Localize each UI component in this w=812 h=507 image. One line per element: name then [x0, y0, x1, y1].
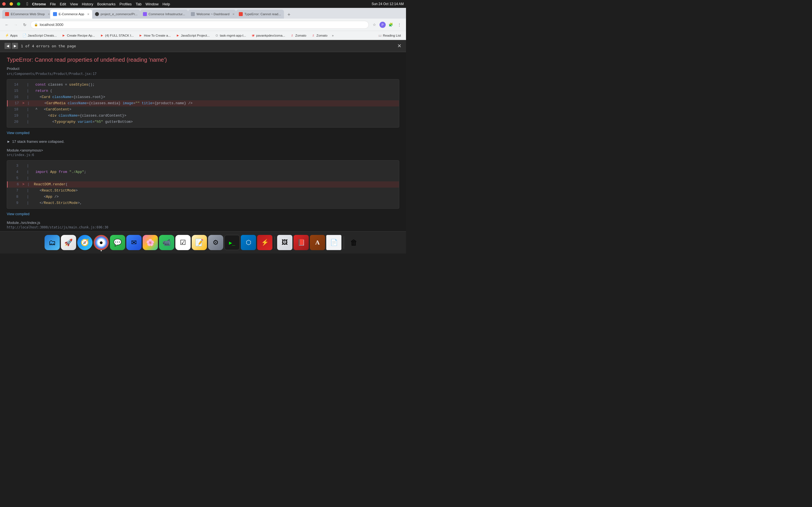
menu-window[interactable]: Window: [146, 2, 158, 6]
bookmark-recipe[interactable]: ▶ Create Recipe Ap...: [59, 33, 97, 38]
code-block-2: 3 | 4 | import App from "./App"; 5: [7, 160, 399, 209]
tab-favicon-2: [53, 12, 57, 16]
bookmark-apps-icon: ⚡: [5, 34, 9, 38]
tab-label-4: Commerce Infrastructur...: [149, 12, 185, 16]
bookmark-zomato2[interactable]: Z Zomato: [309, 33, 329, 38]
dock-messages-icon: 💬: [113, 238, 122, 246]
menubar-right: Sun 24 Oct 12:14 AM: [371, 2, 404, 6]
menu-profiles[interactable]: Profiles: [119, 2, 132, 6]
menu-help[interactable]: Help: [162, 2, 170, 6]
dock-acrobat-icon: 📕: [297, 239, 305, 246]
code-line-8: 8 | <App />: [7, 194, 399, 200]
dock-preview[interactable]: 🖼: [277, 235, 292, 250]
bookmark-reading-label: Reading List: [383, 34, 401, 37]
tab-close-2[interactable]: ✕: [87, 13, 89, 16]
dock-dictionary[interactable]: A: [310, 235, 325, 250]
dock-safari[interactable]: 🧭: [77, 235, 93, 250]
error-next-button[interactable]: ▶: [12, 43, 18, 49]
view-compiled-1[interactable]: View compiled: [7, 131, 399, 135]
dock-chrome[interactable]: ●: [94, 235, 109, 250]
dock-vscode[interactable]: ⬡: [241, 235, 256, 250]
bookmarks-more-button[interactable]: »: [330, 33, 335, 38]
bookmark-recipe-label: Create Recipe Ap...: [67, 34, 95, 37]
bookmarksbar: ⚡ Apps 📄 JavaScript Cheats... ▶ Create R…: [0, 31, 406, 40]
error-prev-button[interactable]: ◀: [4, 43, 11, 49]
tab-ecommerce-webshop[interactable]: ECommerce Web Shop ✕: [2, 10, 50, 18]
bookmark-js-label: JavaScript Cheats...: [28, 34, 57, 37]
tab-github[interactable]: project_e_commerce/Pr... ✕: [92, 10, 140, 18]
tab-favicon-4: [143, 12, 147, 16]
back-button[interactable]: ←: [3, 21, 10, 28]
module-anonymous: Module.<anonymous>: [7, 148, 399, 152]
dock-acrobat[interactable]: 📕: [294, 235, 309, 250]
bookmark-howto[interactable]: ▶ How To Create a...: [137, 33, 173, 38]
code-line-15: 15 | return (: [7, 88, 399, 94]
menu-edit[interactable]: Edit: [60, 2, 66, 6]
tab-ecommerce-app[interactable]: E-Commerce App ✕: [50, 10, 92, 18]
traffic-light-red[interactable]: [2, 2, 6, 6]
menu-bookmarks[interactable]: Bookmarks: [97, 2, 116, 6]
dock-photos[interactable]: 🌸: [143, 235, 158, 250]
menu-file[interactable]: File: [50, 2, 56, 6]
bookmark-js-icon: 📄: [22, 34, 27, 38]
dock-messages[interactable]: 💬: [110, 235, 125, 250]
bookmark-pavan[interactable]: 🐙 pavankpdev/zoma...: [249, 33, 287, 38]
forward-button[interactable]: →: [12, 21, 19, 28]
addressbar-actions: ☆ P 🧩 ⋮: [371, 21, 403, 28]
dock-mail[interactable]: ✉: [126, 235, 142, 250]
tab-typeerror[interactable]: TypeError: Cannot read... ✕: [236, 10, 284, 18]
dock-filezilla[interactable]: ⚡: [257, 235, 272, 250]
new-tab-button[interactable]: +: [285, 11, 293, 18]
extensions-icon[interactable]: 🧩: [388, 21, 394, 28]
tab-label-1: ECommerce Web Shop: [11, 12, 45, 16]
bookmark-zomato1[interactable]: Z Zomato: [288, 33, 308, 38]
bookmark-fullstack[interactable]: ▶ (4) FULL STACK I...: [98, 33, 136, 38]
dock-terminal[interactable]: ▶_: [224, 235, 240, 250]
apple-menu[interactable]: : [27, 1, 28, 6]
dock-facetime[interactable]: 📹: [159, 235, 174, 250]
collapsed-frames[interactable]: ► 17 stack frames were collapsed.: [7, 139, 399, 144]
menu-tab[interactable]: Tab: [136, 2, 142, 6]
error-close-button[interactable]: ✕: [397, 43, 402, 49]
profile-icon[interactable]: P: [379, 22, 386, 28]
bookmark-star-icon[interactable]: ☆: [371, 21, 378, 28]
dock-launchpad[interactable]: 🚀: [61, 235, 76, 250]
bookmark-jsproject[interactable]: ▶ JavaScript Project...: [174, 33, 212, 38]
error-nav-buttons: ◀ ▶: [4, 43, 18, 49]
chrome-menu-icon[interactable]: ⋮: [396, 21, 403, 28]
tab-close-5[interactable]: ✕: [232, 13, 235, 16]
dock-trash[interactable]: 🗑: [346, 235, 361, 250]
reload-button[interactable]: ↻: [21, 21, 28, 28]
tab-commerce-infra[interactable]: Commerce Infrastructur... ✕: [140, 10, 188, 18]
dock-notes-icon: 📝: [195, 238, 204, 246]
code-line-7: 7 | <React.StrictMode>: [7, 187, 399, 194]
tab-close-1[interactable]: ✕: [48, 13, 50, 16]
bookmark-reading-list[interactable]: 📖 Reading List: [375, 33, 403, 38]
bookmark-taskmgmt-icon: ⬡: [215, 34, 219, 38]
tab-label-5: Welcome ~ Dashboard: [197, 12, 230, 16]
dock-system-prefs[interactable]: ⚙: [208, 235, 223, 250]
bookmark-zomato2-label: Zomato: [316, 34, 327, 37]
traffic-light-yellow[interactable]: [10, 2, 13, 6]
dock-document[interactable]: 📄: [326, 235, 342, 250]
menu-history[interactable]: History: [82, 2, 93, 6]
dock-reminders[interactable]: ☑: [175, 235, 191, 250]
bookmark-apps-label: Apps: [10, 34, 17, 37]
traffic-light-green[interactable]: [17, 2, 20, 6]
bookmark-apps[interactable]: ⚡ Apps: [3, 33, 20, 38]
code-line-6-highlighted: 6 > | ReactDOM.render(: [7, 181, 399, 187]
menu-view[interactable]: View: [70, 2, 78, 6]
dock-notes[interactable]: 📝: [192, 235, 207, 250]
tab-favicon-1: [5, 12, 9, 16]
bookmark-js-cheats[interactable]: 📄 JavaScript Cheats...: [20, 33, 59, 38]
bookmark-pavan-icon: 🐙: [251, 34, 255, 38]
code-line-16: 16 | <Card className={classes.root}>: [7, 94, 399, 100]
view-compiled-2[interactable]: View compiled: [7, 212, 399, 216]
tab-welcome-dashboard[interactable]: Welcome ~ Dashboard ✕: [188, 10, 236, 18]
tab-favicon-6: [239, 12, 243, 16]
bookmark-taskmgmt[interactable]: ⬡ task-mgmt-app-l...: [213, 33, 248, 38]
dock-finder[interactable]: 🗂: [45, 235, 60, 250]
app-menu-chrome[interactable]: Chrome: [32, 2, 46, 6]
address-input[interactable]: 🔒 localhost:3000: [31, 21, 369, 29]
menubar-left:  Chrome File Edit View History Bookmark…: [2, 1, 170, 6]
